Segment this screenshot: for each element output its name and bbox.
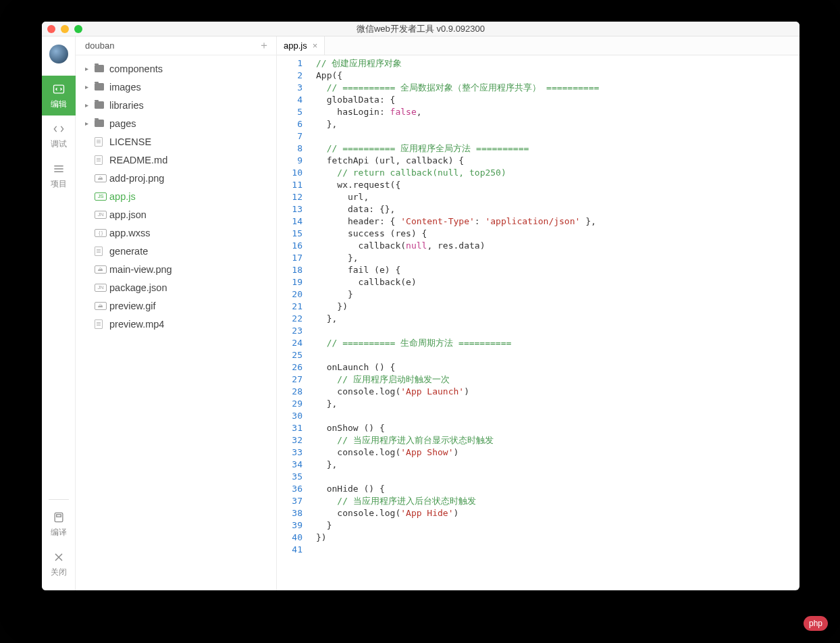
code-line [316, 471, 799, 483]
tree-file[interactable]: ⛰main-view.png [76, 260, 276, 278]
file-type-icon: ⛰ [95, 265, 109, 274]
tree-file[interactable]: ⛰add-proj.png [76, 169, 276, 187]
line-number: 37 [277, 495, 303, 507]
line-number: 13 [277, 203, 303, 215]
line-number: 21 [277, 301, 303, 313]
tree-item-label: app.json [109, 209, 147, 220]
editor-pane: app.js × 1234567891011121314151617181920… [277, 36, 799, 590]
editor-tabs: app.js × [277, 36, 799, 55]
code-line: // 当应用程序进入前台显示状态时触发 [316, 434, 799, 446]
code-line: }, [316, 252, 799, 264]
tree-file[interactable]: JNapp.json [76, 205, 276, 224]
nav-rail: 编辑 调试 项目 编译 [42, 36, 76, 590]
code-line: // 创建应用程序对象 [316, 57, 799, 70]
file-type-icon: JN [95, 284, 109, 292]
nav-debug[interactable]: 调试 [42, 115, 76, 155]
code-line: onLaunch () { [316, 361, 799, 374]
caret-right-icon: ▸ [85, 65, 92, 72]
code-line: onShow () { [316, 422, 799, 434]
nav-close[interactable]: 关闭 [42, 544, 76, 584]
add-project-button[interactable]: ＋ [259, 38, 269, 53]
line-number: 19 [277, 276, 303, 288]
code-line: // return callback(null, top250) [316, 167, 799, 179]
code-line [316, 410, 799, 422]
code-line: onHide () { [316, 483, 799, 495]
tree-item-label: preview.mp4 [109, 319, 164, 330]
line-number: 29 [277, 398, 303, 410]
tree-file[interactable]: JNpackage.json [76, 278, 276, 297]
line-number: 31 [277, 422, 303, 434]
code-line: url, [316, 191, 799, 203]
code-line: callback(e) [316, 276, 799, 288]
line-number: 16 [277, 240, 303, 252]
line-number: 41 [277, 544, 303, 556]
code-line: wx.request({ [316, 179, 799, 191]
avatar[interactable] [49, 45, 68, 63]
nav-compile[interactable]: 编译 [42, 504, 76, 544]
sidebar: douban ＋ ▸components▸images▸libraries▸pa… [76, 36, 277, 590]
line-number: 20 [277, 288, 303, 301]
menu-icon [42, 162, 76, 176]
line-number: 17 [277, 252, 303, 264]
tab-label: app.js [284, 41, 307, 51]
tree-folder[interactable]: ▸libraries [76, 96, 276, 114]
file-type-icon [95, 155, 109, 165]
app-window: 微信web开发者工具 v0.9.092300 编辑 调试 项目 [42, 22, 799, 590]
line-number: 30 [277, 410, 303, 422]
code-line: // ========== 全局数据对象（整个应用程序共享） =========… [316, 82, 799, 94]
code-line: // 当应用程序进入后台状态时触发 [316, 495, 799, 507]
tree-item-label: generate [109, 246, 148, 257]
tree-item-label: pages [109, 118, 136, 129]
code-line: console.log('App Hide') [316, 507, 799, 519]
nav-edit[interactable]: 编辑 [42, 76, 76, 115]
tree-item-label: main-view.png [109, 264, 172, 275]
line-number: 23 [277, 325, 303, 337]
project-tab[interactable]: douban ＋ [76, 36, 276, 55]
nav-project-label: 项目 [51, 179, 67, 188]
file-type-icon: ⛰ [95, 302, 109, 310]
file-type-icon [95, 137, 109, 147]
folder-icon [95, 65, 109, 72]
file-type-icon [95, 319, 109, 329]
tab-app-js[interactable]: app.js × [277, 36, 325, 55]
tree-folder[interactable]: ▸pages [76, 114, 276, 132]
tree-item-label: README.md [109, 155, 167, 165]
tree-file[interactable]: generate [76, 242, 276, 260]
line-number: 34 [277, 459, 303, 471]
tree-folder[interactable]: ▸components [76, 59, 276, 78]
code-editor[interactable]: 1234567891011121314151617181920212223242… [277, 55, 799, 590]
code-icon [42, 82, 76, 96]
tree-file[interactable]: LICENSE [76, 132, 276, 151]
code-line [316, 325, 799, 337]
nav-project[interactable]: 项目 [42, 155, 76, 195]
window-body: 编辑 调试 项目 编译 [42, 36, 799, 590]
file-type-icon: JS [95, 192, 109, 201]
tree-folder[interactable]: ▸images [76, 78, 276, 96]
code-line: // ========== 应用程序全局方法 ========== [316, 143, 799, 155]
code-line: App({ [316, 70, 799, 82]
tree-file[interactable]: { }app.wxss [76, 224, 276, 242]
code-line [316, 544, 799, 556]
file-tree: ▸components▸images▸libraries▸pagesLICENS… [76, 55, 276, 337]
caret-right-icon: ▸ [85, 83, 92, 91]
code-line: } [316, 288, 799, 301]
titlebar: 微信web开发者工具 v0.9.092300 [42, 22, 799, 36]
tree-file[interactable]: JSapp.js [76, 187, 276, 205]
code-line: callback(null, res.data) [316, 240, 799, 252]
code-line: console.log('App Show') [316, 446, 799, 459]
nav-edit-label: 编辑 [51, 99, 67, 109]
tree-file[interactable]: README.md [76, 151, 276, 169]
svg-rect-2 [56, 515, 61, 517]
file-type-icon [95, 247, 109, 256]
code-text[interactable]: // 创建应用程序对象App({ // ========== 全局数据对象（整个… [308, 55, 799, 590]
tree-item-label: add-proj.png [109, 173, 164, 184]
tab-close-button[interactable]: × [313, 41, 318, 51]
tree-file[interactable]: preview.mp4 [76, 315, 276, 333]
line-number: 38 [277, 507, 303, 519]
folder-icon [95, 101, 109, 109]
line-number: 40 [277, 532, 303, 544]
code-line: }, [316, 118, 799, 130]
line-number: 26 [277, 361, 303, 374]
tree-file[interactable]: ⛰preview.gif [76, 297, 276, 315]
window-title: 微信web开发者工具 v0.9.092300 [42, 23, 799, 35]
